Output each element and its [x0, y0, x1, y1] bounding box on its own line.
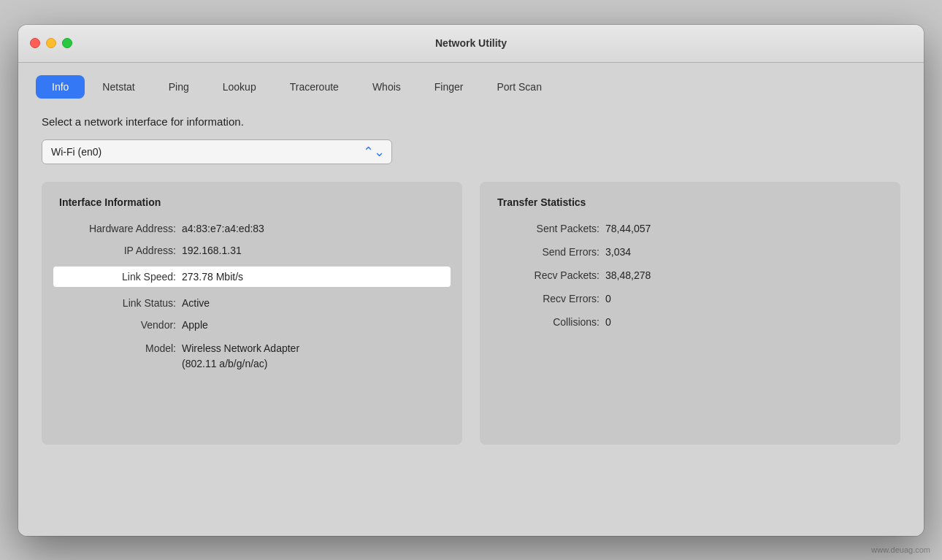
tab-traceroute[interactable]: Traceroute: [274, 75, 355, 99]
send-errors-label: Send Errors:: [497, 246, 600, 258]
ip-address-label: IP Address:: [59, 245, 176, 256]
recv-errors-row: Recv Errors: 0: [497, 293, 883, 304]
link-status-value: Active: [182, 297, 210, 309]
titlebar: Network Utility: [18, 25, 924, 63]
interface-info-title: Interface Information: [59, 196, 445, 208]
sent-packets-label: Sent Packets:: [497, 223, 600, 234]
sent-packets-row: Sent Packets: 78,44,057: [497, 223, 883, 234]
recv-packets-label: Recv Packets:: [497, 269, 600, 281]
interface-info-panel: Interface Information Hardware Address: …: [42, 182, 462, 445]
link-speed-row: Link Speed: 273.78 Mbit/s: [53, 266, 451, 287]
tab-info[interactable]: Info: [36, 75, 85, 99]
main-content: Select a network interface for informati…: [18, 98, 924, 536]
sent-packets-value: 78,44,057: [605, 223, 651, 234]
link-speed-value: 273.78 Mbit/s: [182, 271, 243, 283]
watermark: www.deuag.com: [871, 545, 930, 554]
collisions-value: 0: [605, 316, 611, 328]
collisions-row: Collisions: 0: [497, 316, 883, 328]
tab-whois[interactable]: Whois: [356, 75, 417, 99]
info-panels: Interface Information Hardware Address: …: [42, 182, 900, 445]
link-status-label: Link Status:: [59, 297, 176, 309]
vendor-value: Apple: [182, 319, 208, 331]
hardware-address-label: Hardware Address:: [59, 223, 176, 234]
model-value: Wireless Network Adapter(802.11 a/b/g/n/…: [182, 341, 299, 372]
instruction-text: Select a network interface for informati…: [42, 115, 900, 128]
window-title: Network Utility: [435, 37, 507, 49]
send-errors-value: 3,034: [605, 246, 631, 258]
model-label: Model:: [59, 342, 176, 354]
tab-netstat[interactable]: Netstat: [86, 75, 150, 99]
tab-bar: Info Netstat Ping Lookup Traceroute Whoi…: [18, 63, 924, 98]
model-row: Model: Wireless Network Adapter(802.11 a…: [59, 341, 445, 372]
minimize-button[interactable]: [46, 38, 56, 48]
maximize-button[interactable]: [62, 38, 72, 48]
interface-select[interactable]: Wi-Fi (en0) Ethernet (en1) Loopback (lo0…: [42, 139, 392, 164]
ip-address-value: 192.168.1.31: [182, 245, 242, 256]
vendor-row: Vendor: Apple: [59, 319, 445, 331]
link-speed-label: Link Speed:: [59, 271, 176, 283]
send-errors-row: Send Errors: 3,034: [497, 246, 883, 258]
recv-errors-value: 0: [605, 293, 611, 304]
collisions-label: Collisions:: [497, 316, 600, 328]
vendor-label: Vendor:: [59, 319, 176, 331]
recv-packets-row: Recv Packets: 38,48,278: [497, 269, 883, 281]
ip-address-row: IP Address: 192.168.1.31: [59, 245, 445, 256]
window-controls: [30, 38, 72, 48]
interface-selector-wrapper: Wi-Fi (en0) Ethernet (en1) Loopback (lo0…: [42, 139, 392, 164]
tab-finger[interactable]: Finger: [418, 75, 480, 99]
close-button[interactable]: [30, 38, 40, 48]
recv-errors-label: Recv Errors:: [497, 293, 600, 304]
link-status-row: Link Status: Active: [59, 297, 445, 309]
app-window: Network Utility Info Netstat Ping Lookup…: [18, 25, 924, 536]
tab-portscan[interactable]: Port Scan: [480, 75, 557, 99]
transfer-stats-panel: Transfer Statistics Sent Packets: 78,44,…: [480, 182, 900, 445]
transfer-stats-title: Transfer Statistics: [497, 196, 883, 208]
tab-ping[interactable]: Ping: [153, 75, 205, 99]
recv-packets-value: 38,48,278: [605, 269, 651, 281]
hardware-address-value: a4:83:e7:a4:ed:83: [182, 223, 264, 234]
hardware-address-row: Hardware Address: a4:83:e7:a4:ed:83: [59, 223, 445, 234]
tab-lookup[interactable]: Lookup: [207, 75, 272, 99]
